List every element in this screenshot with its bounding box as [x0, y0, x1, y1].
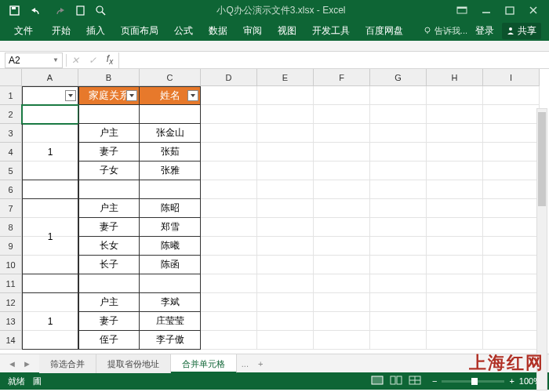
cell-G1[interactable]	[370, 86, 427, 105]
cell-F3[interactable]	[314, 124, 370, 143]
cell-F2[interactable]	[314, 105, 370, 124]
close-icon[interactable]	[529, 5, 538, 15]
cell-H2[interactable]	[427, 105, 483, 124]
col-header-C[interactable]: C	[140, 69, 201, 86]
cell-F1[interactable]	[314, 86, 370, 105]
cell-H11[interactable]	[427, 274, 483, 293]
cell-F12[interactable]	[314, 293, 370, 312]
col-header-H[interactable]: H	[427, 69, 483, 86]
name-0-2[interactable]: 张雅	[140, 162, 201, 180]
relation-0-0[interactable]: 户主	[78, 124, 140, 143]
tab-baidu[interactable]: 百度网盘	[358, 20, 411, 41]
cell-I10[interactable]	[483, 256, 540, 274]
tab-layout[interactable]: 页面布局	[113, 20, 166, 41]
col-header-D[interactable]: D	[201, 69, 257, 86]
sep-a-0[interactable]	[22, 180, 78, 199]
cell-I8[interactable]	[483, 218, 540, 237]
sheet-tab-0[interactable]: 筛选合并	[39, 354, 96, 373]
sheet-nav-next-icon[interactable]: ►	[23, 359, 31, 368]
relation-2-1[interactable]: 妻子	[78, 312, 140, 331]
accept-formula-icon[interactable]: ✓	[84, 55, 101, 66]
minimize-icon[interactable]	[482, 5, 491, 15]
col-header-B[interactable]: B	[78, 69, 140, 86]
cell-E3[interactable]	[257, 124, 314, 143]
name-2-1[interactable]: 庄莹莹	[140, 312, 201, 331]
cell-G9[interactable]	[370, 237, 427, 256]
signin-link[interactable]: 登录	[475, 24, 494, 38]
save-icon[interactable]	[9, 5, 20, 16]
zoom-control[interactable]: − + 100%	[432, 376, 541, 386]
row-header-8[interactable]: 8	[0, 218, 22, 237]
name-1-0[interactable]: 陈昭	[140, 199, 201, 218]
cell-F9[interactable]	[314, 237, 370, 256]
normal-view-icon[interactable]	[371, 376, 384, 387]
cell-G10[interactable]	[370, 256, 427, 274]
cell-H7[interactable]	[427, 199, 483, 218]
col-header-I[interactable]: I	[483, 69, 540, 86]
name-2-2[interactable]: 李子傲	[140, 331, 201, 350]
relation-1-1[interactable]: 妻子	[78, 218, 140, 237]
cell-I14[interactable]	[483, 331, 540, 350]
row-header-14[interactable]: 14	[0, 331, 22, 350]
relation-0-2[interactable]: 子女	[78, 162, 140, 180]
formula-input[interactable]	[118, 53, 549, 68]
row-header-4[interactable]: 4	[0, 143, 22, 162]
cell-G14[interactable]	[370, 331, 427, 350]
cell-H12[interactable]	[427, 293, 483, 312]
row-header-2[interactable]: 2	[0, 105, 22, 124]
zoom-in-icon[interactable]: +	[509, 376, 514, 386]
cell-I1[interactable]	[483, 86, 540, 105]
name-2-0[interactable]: 李斌	[140, 293, 201, 312]
cell-H13[interactable]	[427, 312, 483, 331]
sep-b-1[interactable]	[78, 274, 140, 293]
cell-D8[interactable]	[201, 218, 257, 237]
filter-dropdown-icon[interactable]	[65, 90, 76, 101]
cell-D4[interactable]	[201, 143, 257, 162]
cell-H10[interactable]	[427, 256, 483, 274]
page-break-view-icon[interactable]	[409, 376, 421, 387]
col-header-G[interactable]: G	[370, 69, 427, 86]
sheet-add-button[interactable]: +	[253, 359, 267, 368]
cell-E13[interactable]	[257, 312, 314, 331]
sep-c-0[interactable]	[140, 180, 201, 199]
sheet-tab-2[interactable]: 合并单元格	[171, 354, 237, 373]
name-0-1[interactable]: 张茹	[140, 143, 201, 162]
cell-G4[interactable]	[370, 143, 427, 162]
relation-1-3[interactable]: 长子	[78, 256, 140, 274]
cell-F4[interactable]	[314, 143, 370, 162]
row-header-1[interactable]: 1	[0, 86, 22, 105]
group-1-label[interactable]: 1	[22, 199, 78, 274]
cell-A2[interactable]	[22, 105, 78, 124]
cell-D9[interactable]	[201, 237, 257, 256]
name-box[interactable]: A2 ▼	[5, 53, 63, 68]
col-header-F[interactable]: F	[314, 69, 370, 86]
col-header-A[interactable]: A	[22, 69, 78, 86]
tab-insert[interactable]: 插入	[78, 20, 113, 41]
relation-2-2[interactable]: 侄子	[78, 331, 140, 350]
undo-icon[interactable]	[31, 6, 42, 15]
cell-I7[interactable]	[483, 199, 540, 218]
cell-D2[interactable]	[201, 105, 257, 124]
cell-C2[interactable]	[140, 105, 201, 124]
row-header-11[interactable]: 11	[0, 274, 22, 293]
cell-F5[interactable]	[314, 162, 370, 180]
relation-1-0[interactable]: 户主	[78, 199, 140, 218]
redo-icon[interactable]	[53, 6, 65, 15]
row-header-6[interactable]: 6	[0, 180, 22, 199]
name-1-2[interactable]: 陈曦	[140, 237, 201, 256]
cell-F6[interactable]	[314, 180, 370, 199]
cell-H1[interactable]	[427, 86, 483, 105]
sheet-tab-1[interactable]: 提取省份地址	[96, 354, 171, 373]
tab-view[interactable]: 视图	[270, 20, 304, 41]
row-header-13[interactable]: 13	[0, 312, 22, 331]
tab-developer[interactable]: 开发工具	[304, 20, 358, 41]
cell-H3[interactable]	[427, 124, 483, 143]
sep-c-1[interactable]	[140, 274, 201, 293]
fx-icon[interactable]: fx	[101, 53, 118, 66]
cell-I12[interactable]	[483, 293, 540, 312]
cell-D7[interactable]	[201, 199, 257, 218]
relation-1-2[interactable]: 长女	[78, 237, 140, 256]
relation-0-1[interactable]: 妻子	[78, 143, 140, 162]
sheet-overflow[interactable]: ...	[237, 359, 253, 368]
cell-F13[interactable]	[314, 312, 370, 331]
